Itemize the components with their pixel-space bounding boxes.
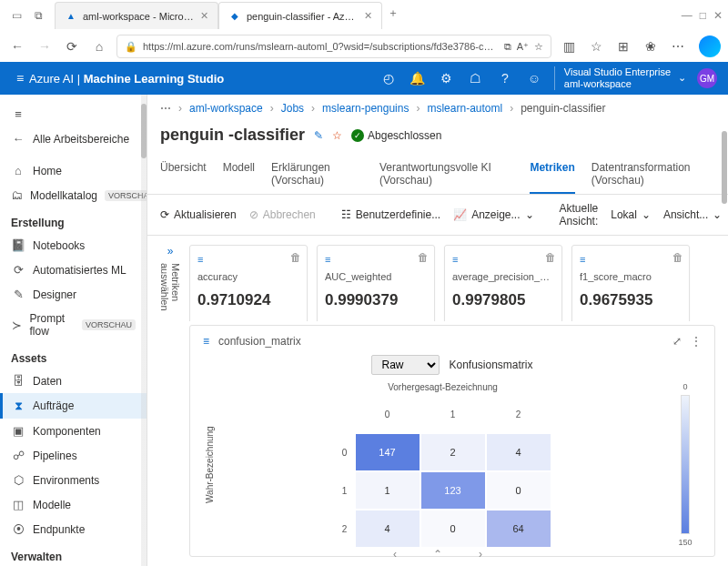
crumb-parent-run[interactable]: mslearn-automl (427, 102, 502, 115)
left-nav: ≡ ←Alle Arbeitsbereiche ⌂Home 🗂Modellkat… (0, 95, 147, 566)
cm-mode-select[interactable]: Raw (371, 355, 440, 375)
more-icon[interactable]: ⋮ (691, 335, 702, 348)
menu-icon[interactable]: ≡ (11, 71, 29, 86)
tab-metrics[interactable]: Metriken (530, 154, 574, 194)
metric-card[interactable]: ≡ 🗑 average_precision_sco... 0.9979805 (444, 245, 562, 321)
chevron-down-icon: ⌄ (678, 72, 686, 84)
nav-models[interactable]: ◫Modelle (0, 492, 147, 517)
drag-handle-icon[interactable]: ≡ (325, 254, 330, 265)
hamburger-toggle[interactable]: ≡ (0, 102, 147, 126)
metric-card[interactable]: ≡ 🗑 AUC_weighted 0.9990379 (317, 245, 435, 321)
reading-list-icon[interactable]: ▥ (559, 36, 579, 56)
metric-name: AUC_weighted (325, 271, 427, 282)
display-button[interactable]: 📈Anzeige...⌄ (453, 208, 533, 221)
nav-model-catalog[interactable]: 🗂ModellkatalogVORSCHAU (0, 183, 147, 207)
metrics-toolbar: ⟳Aktualisieren ⊘Abbrechen ☷Benutzerdefin… (147, 195, 728, 236)
expand-icon[interactable]: ⤢ (672, 335, 682, 348)
chevron-right-icon[interactable]: › (479, 548, 482, 561)
gear-icon[interactable]: ⚙ (438, 71, 456, 86)
nav-home-icon[interactable]: ⌂ (89, 36, 109, 56)
cm-cell: 1 (356, 472, 420, 509)
ws-line1: Visual Studio Enterprise (564, 66, 671, 78)
view-button[interactable]: Ansicht...⌄ (663, 208, 722, 221)
delete-icon[interactable]: 🗑 (290, 251, 301, 264)
content-scrollbar[interactable] (722, 131, 727, 204)
nav-pipelines[interactable]: ☍Pipelines (0, 443, 147, 468)
nav-back-icon[interactable]: ← (7, 36, 27, 56)
address-bar[interactable]: 🔒 https://ml.azure.com/runs/mslearn-auto… (116, 35, 551, 58)
avatar[interactable]: GM (697, 68, 717, 88)
bing-badge-icon[interactable] (699, 35, 721, 57)
help-icon[interactable]: ? (496, 71, 514, 86)
cm-legend: 0 150 (669, 382, 702, 547)
metric-card[interactable]: ≡ 🗑 f1_score_macro 0.9675935 (571, 245, 690, 321)
tab-explanations[interactable]: Erklärungen (Vorschau) (271, 154, 363, 194)
favorite-star-icon[interactable]: ☆ (332, 129, 342, 142)
nav-notebooks[interactable]: 📓Notebooks (0, 233, 147, 258)
nav-endpoints[interactable]: ⦿Endpunkte (0, 517, 147, 541)
collections-icon[interactable]: ⧉ (27, 5, 49, 26)
metric-card[interactable]: ≡ 🗑 accuracy 0.9710924 (189, 245, 308, 321)
chevron-left-icon[interactable]: ‹ (393, 548, 397, 561)
tab-datatransform[interactable]: Datentransformation (Vorschau) (592, 154, 715, 194)
nav-back-workspaces[interactable]: ←Alle Arbeitsbereiche (0, 126, 147, 151)
text-size-icon[interactable]: A⁺ (517, 41, 529, 53)
cm-cell: 4 (356, 510, 420, 547)
favorites-icon[interactable]: ☆ (586, 36, 606, 56)
read-aloud-icon[interactable]: ⧉ (504, 41, 511, 53)
favorite-icon[interactable]: ☆ (534, 41, 543, 53)
delete-icon[interactable]: 🗑 (545, 251, 556, 264)
crumb-workspace[interactable]: aml-workspace (189, 102, 263, 115)
nav-refresh-icon[interactable]: ⟳ (62, 36, 82, 56)
nav-components[interactable]: ▣Komponenten (0, 419, 147, 443)
metrics-selector-toggle[interactable]: » Metriken auswählen (160, 245, 180, 312)
chevron-up-icon[interactable]: ⌃ (433, 548, 442, 561)
tab-overview[interactable]: Übersicht (160, 154, 207, 194)
extension-icon[interactable]: ⊞ (613, 36, 633, 56)
close-tab-icon[interactable]: ✕ (364, 10, 372, 22)
delete-icon[interactable]: 🗑 (418, 251, 429, 264)
window-minimize-icon[interactable]: ― (682, 9, 693, 22)
chart-icon: 📈 (453, 208, 467, 221)
window-maximize-icon[interactable]: □ (700, 9, 706, 22)
nav-jobs[interactable]: ⧗Aufträge (0, 393, 147, 419)
leftnav-scrollbar[interactable] (141, 104, 147, 158)
nav-designer[interactable]: ✎Designer (0, 282, 147, 307)
tab-model[interactable]: Modell (223, 154, 255, 194)
browser-tab-1[interactable]: ▲ aml-workspace - Microsoft Azur ✕ (55, 2, 218, 29)
drag-handle-icon[interactable]: ≡ (197, 254, 203, 265)
delete-icon[interactable]: 🗑 (672, 251, 683, 264)
clock-icon[interactable]: ◴ (379, 71, 398, 86)
workspace-switcher[interactable]: Visual Studio Enterprise aml-workspace ⌄ (554, 66, 686, 90)
new-tab-button[interactable]: ＋ (382, 2, 404, 24)
metric-name: average_precision_sco... (452, 271, 554, 282)
nav-section-assets: Assets (0, 343, 147, 369)
close-tab-icon[interactable]: ✕ (200, 10, 208, 22)
nav-promptflow[interactable]: ≻Prompt flowVORSCHAU (0, 307, 147, 343)
tab-responsible-ai[interactable]: Verantwortungsvolle KI (Vorschau) (379, 154, 513, 194)
drag-handle-icon[interactable]: ≡ (452, 254, 458, 265)
drag-handle-icon[interactable]: ≡ (203, 335, 209, 348)
refresh-button[interactable]: ⟳Aktualisieren (160, 208, 237, 221)
smile-icon[interactable]: ☺ (525, 71, 543, 86)
custom-button[interactable]: ☷Benutzerdefinie... (341, 208, 440, 221)
feedback-icon[interactable]: ☖ (467, 71, 485, 86)
collections-sidebar-icon[interactable]: ❀ (641, 36, 661, 56)
nav-home[interactable]: ⌂Home (0, 158, 147, 183)
crumb-jobs[interactable]: Jobs (281, 102, 304, 115)
nav-automl[interactable]: ⟳Automatisiertes ML (0, 258, 147, 282)
browser-tab-1-title: aml-workspace - Microsoft Azur (83, 11, 195, 22)
drag-handle-icon[interactable]: ≡ (580, 254, 585, 265)
edit-title-icon[interactable]: ✎ (314, 129, 323, 142)
browser-tab-2[interactable]: ◆ penguin-classifier - Azure AI | M ✕ (218, 2, 382, 29)
crumb-experiment[interactable]: mslearn-penguins (322, 102, 409, 115)
nav-data[interactable]: 🗄Daten (0, 369, 147, 393)
window-close-icon[interactable]: ✕ (713, 9, 723, 22)
bell-icon[interactable]: 🔔 (409, 71, 427, 86)
personal-tab-icon[interactable]: ▭ (5, 5, 27, 26)
nav-environments[interactable]: ⬡Environments (0, 468, 147, 492)
more-icon[interactable]: ⋯ (668, 36, 688, 56)
metric-value: 0.9675935 (580, 291, 682, 309)
breadcrumb-more[interactable]: ⋯ (160, 102, 171, 115)
current-view-value[interactable]: Lokal⌄ (611, 208, 651, 221)
